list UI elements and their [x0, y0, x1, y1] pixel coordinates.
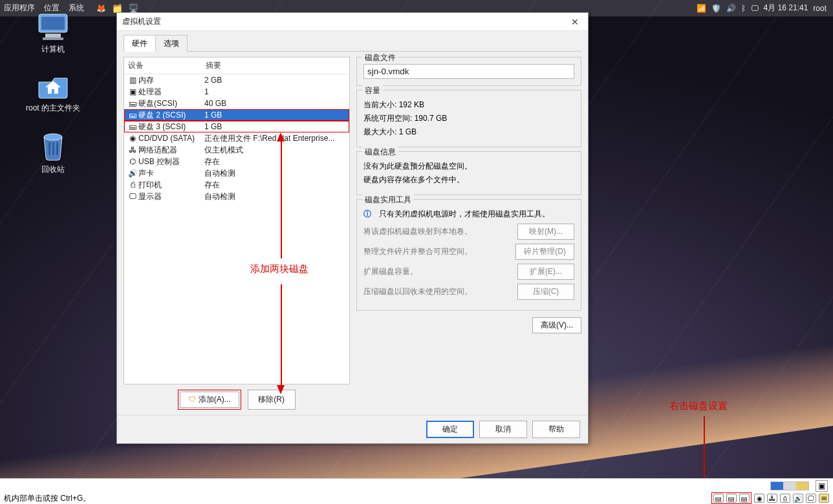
usb-icon: ⌬: [127, 156, 138, 167]
hdd-icon: 🖴: [127, 98, 138, 109]
remove-device-button[interactable]: 移除(R): [248, 390, 296, 410]
tray-hdd-icon[interactable]: 🖴: [713, 494, 724, 503]
device-name: 内存: [138, 75, 204, 85]
user-menu[interactable]: root: [813, 4, 827, 13]
device-name: 声卡: [138, 168, 204, 178]
dialog-titlebar[interactable]: 虚拟机设置 ✕: [117, 13, 588, 31]
defrag-button[interactable]: 碎片整理(D): [515, 244, 574, 260]
help-button[interactable]: 帮助: [532, 421, 580, 438]
device-row[interactable]: 🖵显示器自动检测: [124, 191, 349, 202]
svg-rect-3: [43, 37, 63, 40]
disk-info-line: 没有为此硬盘预分配磁盘空间。: [363, 161, 472, 172]
cd-icon: ◉: [127, 133, 138, 143]
util-map-label: 将该虚拟机磁盘映射到本地卷。: [363, 226, 472, 237]
compact-button[interactable]: 压缩(C): [517, 284, 574, 300]
add-device-button[interactable]: 🛡 添加(A)...: [180, 392, 239, 408]
device-summary: 仅主机模式: [204, 145, 347, 155]
device-summary: 自动检测: [204, 191, 347, 202]
advanced-button[interactable]: 高级(V)...: [532, 317, 581, 333]
tray-hdd2-icon[interactable]: 🖴: [726, 494, 737, 503]
network-icon[interactable]: 📶: [697, 4, 706, 13]
col-device: 设备: [128, 60, 206, 71]
map-button[interactable]: 映射(M)...: [517, 224, 574, 240]
device-row[interactable]: ▣处理器1: [124, 86, 349, 98]
device-row[interactable]: 🖴硬盘 3 (SCSI)1 GB: [124, 121, 349, 132]
device-row[interactable]: ◉CD/DVD (SATA)正在使用文件 F:\Red Hat Enterpri…: [124, 132, 349, 144]
tab-options[interactable]: 选项: [155, 35, 188, 52]
tray-highlight: 🖴 🖴 🖴: [711, 492, 752, 504]
mem-icon: ▥: [127, 75, 138, 85]
disk-file-input[interactable]: [363, 64, 574, 79]
device-list[interactable]: 设备 摘要 ▥内存2 GB▣处理器1🖴硬盘(SCSI)40 GB🖴硬盘 2 (S…: [124, 57, 350, 384]
tray-usb-icon[interactable]: ⎙: [780, 494, 790, 503]
updates-icon[interactable]: 🛡️: [711, 4, 721, 13]
device-summary: 1 GB: [204, 110, 347, 120]
device-summary: 自动检测: [204, 168, 347, 178]
tray-net-icon[interactable]: 🖧: [767, 494, 777, 503]
volume-icon[interactable]: 🔊: [726, 4, 736, 13]
display-icon[interactable]: 🖵: [751, 4, 759, 13]
cancel-button[interactable]: 取消: [479, 421, 527, 438]
device-list-header: 设备 摘要: [124, 58, 349, 74]
device-row[interactable]: 🖴硬盘(SCSI)40 GB: [124, 98, 349, 109]
device-row[interactable]: 🖴硬盘 2 (SCSI)1 GB: [124, 109, 349, 121]
device-row[interactable]: ▥内存2 GB: [124, 74, 349, 86]
group-title: 磁盘文件: [362, 52, 398, 63]
device-name: USB 控制器: [138, 156, 204, 167]
util-expand-label: 扩展磁盘容量。: [363, 266, 418, 277]
device-name: 网络适配器: [138, 145, 204, 155]
device-summary: 1 GB: [204, 121, 347, 132]
group-disk-file: 磁盘文件: [356, 57, 581, 86]
tray-display-icon[interactable]: 🖵: [806, 494, 816, 503]
desktop-icon-home[interactable]: root 的主文件夹: [14, 72, 92, 114]
menu-places[interactable]: 位置: [44, 3, 60, 14]
col-summary: 摘要: [206, 60, 221, 71]
tab-hardware[interactable]: 硬件: [124, 35, 156, 52]
terminal-icon[interactable]: 🖥️: [129, 4, 138, 13]
annotation-arrow: [281, 284, 282, 388]
host-statusbar: 机内部单击或按 Ctrl+G。 🖴 🖴 🖴 ◉ 🖧 ⎙ 🔊 🖵 ✉: [0, 492, 833, 504]
group-title: 容量: [362, 85, 383, 96]
menu-applications[interactable]: 应用程序: [4, 3, 35, 14]
device-name: 处理器: [138, 87, 204, 97]
svg-rect-1: [41, 17, 65, 30]
device-row[interactable]: 🖧网络适配器仅主机模式: [124, 144, 349, 156]
desktop-icon-label: 计算机: [41, 44, 65, 55]
fullscreen-icon[interactable]: ▣: [816, 480, 828, 492]
bluetooth-icon[interactable]: ᛒ: [741, 4, 746, 13]
close-icon[interactable]: ✕: [567, 16, 583, 28]
tabstrip: 硬件 选项: [124, 36, 581, 52]
util-compact-label: 压缩磁盘以回收未使用的空间。: [363, 286, 472, 297]
tray-hdd3-icon[interactable]: 🖴: [739, 494, 750, 503]
device-row[interactable]: 🔊声卡自动检测: [124, 167, 349, 179]
tray-msg-icon[interactable]: ✉: [819, 494, 829, 503]
desktop-icon-trash[interactable]: 回收站: [14, 131, 92, 175]
svg-point-4: [44, 134, 62, 140]
firefox-icon[interactable]: 🦊: [96, 4, 106, 13]
device-row[interactable]: ⌬USB 控制器存在: [124, 156, 349, 167]
device-summary: 存在: [204, 156, 347, 167]
ok-button[interactable]: 确定: [426, 421, 474, 438]
group-title: 磁盘信息: [362, 147, 398, 158]
device-row[interactable]: ⎙打印机存在: [124, 179, 349, 191]
view-toggle[interactable]: [770, 481, 809, 490]
device-name: 显示器: [138, 191, 204, 202]
file-manager-icon[interactable]: 🗂️: [113, 4, 122, 13]
dsp-icon: 🖵: [127, 191, 138, 202]
clock[interactable]: 4月 16 21:41: [764, 3, 808, 14]
arrow-head-icon: [277, 132, 285, 142]
menu-system[interactable]: 系统: [69, 3, 84, 14]
svg-rect-2: [45, 34, 61, 37]
device-summary: 40 GB: [204, 98, 347, 109]
group-title: 磁盘实用工具: [362, 194, 414, 205]
cpu-icon: ▣: [127, 87, 138, 97]
add-button-highlight: 🛡 添加(A)...: [178, 390, 241, 410]
expand-button[interactable]: 扩展(E)...: [517, 264, 574, 280]
tray-cd-icon[interactable]: ◉: [754, 494, 764, 503]
arrow-head-icon: [277, 385, 285, 394]
desktop-icon-computer[interactable]: 计算机: [14, 13, 92, 55]
tray-sound-icon[interactable]: 🔊: [793, 494, 803, 503]
hdd-icon: 🖴: [127, 121, 138, 132]
disk-info-line: 硬盘内容存储在多个文件中。: [363, 174, 464, 185]
hdd-icon: 🖴: [127, 110, 138, 120]
